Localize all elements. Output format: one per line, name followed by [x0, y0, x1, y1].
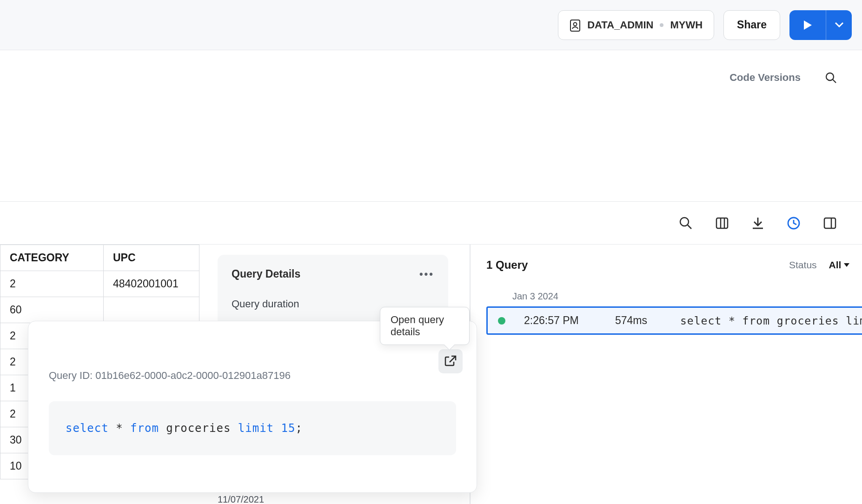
status-success-icon [498, 317, 505, 325]
context-selector[interactable]: DATA_ADMIN MYWH [558, 10, 714, 40]
svg-line-4 [833, 80, 836, 83]
query-details-title: Query Details [232, 268, 300, 280]
top-toolbar: DATA_ADMIN MYWH Share [0, 0, 862, 50]
chevron-down-icon [835, 22, 844, 28]
svg-marker-2 [804, 20, 812, 30]
warehouse-name: MYWH [670, 19, 703, 31]
query-id-line: Query ID: 01b16e62-0000-a0c2-0000-012901… [49, 370, 456, 382]
query-history-date: Jan 3 2024 [486, 291, 862, 302]
query-details-more-button[interactable]: ••• [419, 268, 434, 280]
cell-category: 2 [0, 271, 104, 297]
query-id-value: 01b16e62-0000-a0c2-0000-012901a87196 [95, 370, 291, 381]
query-sql-preview: select * from groceries limit… [680, 315, 862, 327]
sql-text: select * from groceries limit 15; [66, 422, 303, 435]
table-row[interactable]: 60 [0, 297, 199, 323]
columns-button[interactable] [715, 216, 729, 230]
svg-point-3 [826, 73, 834, 80]
caret-down-icon [844, 263, 849, 267]
query-history-toggle[interactable] [787, 216, 801, 230]
run-button[interactable] [789, 10, 826, 40]
cell-category: 60 [0, 297, 104, 323]
status-filter-value: All [829, 259, 842, 271]
sub-toolbar: Code Versions [0, 50, 862, 105]
svg-line-15 [450, 356, 456, 362]
clock-icon [787, 216, 801, 230]
svg-rect-7 [716, 218, 728, 228]
svg-rect-13 [824, 218, 835, 228]
search-icon [679, 216, 693, 230]
results-search-button[interactable] [679, 216, 693, 230]
panel-icon [823, 216, 837, 230]
results-left-pane: CATEGORY UPC 248402001001 60 2 2 1 2 30 … [0, 245, 471, 504]
tooltip-text: Open query details [391, 314, 444, 338]
svg-point-1 [574, 22, 577, 26]
search-button[interactable] [825, 72, 837, 84]
code-versions-button[interactable]: Code Versions [729, 72, 801, 84]
query-history-controls: Status All [789, 259, 862, 271]
panel-layout-button[interactable] [823, 216, 837, 230]
cell-upc [104, 297, 199, 323]
table-header-row: CATEGORY UPC [0, 245, 199, 271]
search-icon [825, 72, 837, 84]
open-query-details-button[interactable] [438, 349, 463, 373]
open-query-details-tooltip: Open query details [380, 307, 470, 345]
run-button-group [789, 10, 852, 40]
status-label: Status [789, 259, 817, 271]
play-icon [802, 20, 813, 31]
cell-upc: 48402001001 [104, 271, 199, 297]
sql-block: select * from groceries limit 15; [49, 401, 456, 455]
svg-line-6 [688, 225, 691, 229]
results-toolbar [0, 202, 862, 245]
column-header-upc[interactable]: UPC [104, 245, 199, 271]
query-history-pane: 1 Query Status All [471, 245, 862, 504]
column-header-category[interactable]: CATEGORY [0, 245, 104, 271]
external-link-icon [444, 355, 457, 367]
editor-area[interactable] [0, 105, 862, 202]
separator-dot [660, 23, 663, 27]
columns-icon [715, 216, 729, 230]
query-details-popover: Query ID: 01b16e62-0000-a0c2-0000-012901… [28, 321, 477, 493]
query-duration: 574ms [615, 314, 662, 327]
query-history-header: 1 Query Status All [486, 259, 862, 272]
table-row[interactable]: 248402001001 [0, 271, 199, 297]
share-button[interactable]: Share [723, 10, 780, 40]
query-history-title: 1 Query [486, 259, 528, 272]
download-icon [751, 216, 764, 230]
role-name: DATA_ADMIN [587, 19, 653, 31]
share-label: Share [737, 19, 767, 31]
partial-visible-row: 11/07/2021 [218, 494, 264, 504]
role-icon [570, 19, 581, 32]
query-time: 2:26:57 PM [524, 314, 597, 327]
svg-point-5 [680, 218, 689, 226]
query-id-label: Query ID: [49, 370, 93, 381]
run-dropdown-button[interactable] [826, 10, 852, 40]
query-history-row[interactable]: 2:26:57 PM 574ms select * from groceries… [486, 306, 862, 335]
lower-split: CATEGORY UPC 248402001001 60 2 2 1 2 30 … [0, 245, 862, 504]
download-button[interactable] [751, 216, 764, 230]
status-filter[interactable]: All [829, 259, 850, 271]
